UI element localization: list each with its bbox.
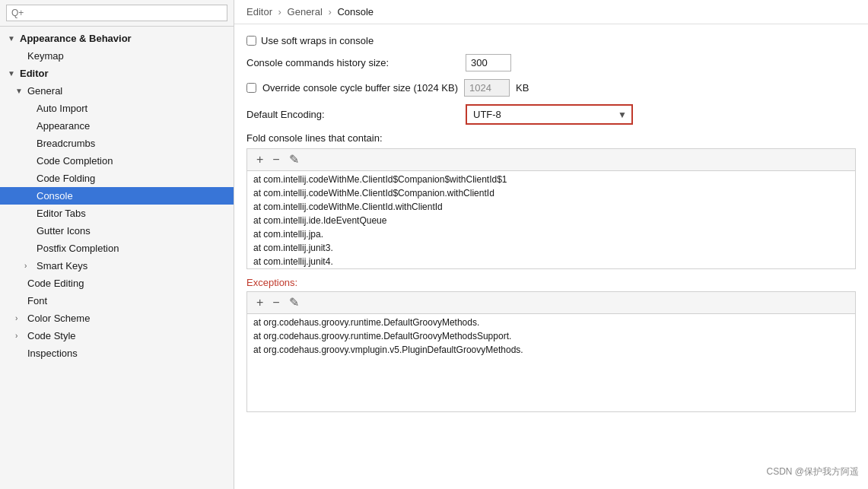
exceptions-list: at org.codehaus.groovy.runtime.DefaultGr… <box>246 313 856 412</box>
history-size-label: Console commands history size: <box>246 57 459 68</box>
soft-wraps-checkbox[interactable] <box>246 36 256 46</box>
sidebar-item-label: Smart Keys <box>37 260 87 271</box>
sidebar-item-font[interactable]: Font <box>0 292 234 310</box>
search-box[interactable] <box>0 0 234 27</box>
sidebar-item-auto-import[interactable]: Auto Import <box>0 100 234 117</box>
exceptions-add-button[interactable]: + <box>253 295 266 310</box>
sidebar-item-label: Breadcrumbs <box>37 138 95 149</box>
sidebar: ▼Appearance & BehaviorKeymap▼Editor▼Gene… <box>0 0 234 489</box>
chevron-icon: › <box>15 332 24 340</box>
sidebar-item-appearance[interactable]: Appearance <box>0 117 234 135</box>
sidebar-item-label: Console <box>37 190 73 202</box>
encoding-label: Default Encoding: <box>246 109 459 120</box>
fold-list: at com.intellij.codeWithMe.ClientId$Comp… <box>246 170 856 269</box>
breadcrumb-general: General <box>288 6 323 17</box>
content-area: Use soft wraps in console Console comman… <box>234 24 868 489</box>
encoding-row: Default Encoding: UTF-8ISO-8859-1US-ASCI… <box>246 104 856 125</box>
override-buffer-checkbox[interactable] <box>246 83 256 93</box>
sidebar-item-color-scheme[interactable]: ›Color Scheme <box>0 310 234 327</box>
encoding-select[interactable]: UTF-8ISO-8859-1US-ASCIIUTF-16 <box>466 104 633 125</box>
nav-tree: ▼Appearance & BehaviorKeymap▼Editor▼Gene… <box>0 27 234 489</box>
sidebar-item-label: Inspections <box>27 348 78 359</box>
chevron-icon: ▼ <box>8 34 17 43</box>
chevron-icon: › <box>15 314 24 322</box>
breadcrumb-sep-1: › <box>278 6 281 17</box>
list-item[interactable]: at com.intellij.codeWithMe.ClientId$Comp… <box>247 173 855 186</box>
list-item[interactable]: at org.codehaus.groovy.runtime.DefaultGr… <box>247 329 855 343</box>
sidebar-item-label: General <box>27 85 62 97</box>
sidebar-item-label: Postfix Completion <box>37 243 119 254</box>
sidebar-item-general[interactable]: ▼General <box>0 82 234 100</box>
sidebar-item-code-style[interactable]: ›Code Style <box>0 327 234 345</box>
sidebar-item-appearance-behavior[interactable]: ▼Appearance & Behavior <box>0 30 234 47</box>
list-item[interactable]: at org.codehaus.groovy.vmplugin.v5.Plugi… <box>247 343 855 357</box>
main-panel: Editor › General › Console Use soft wrap… <box>234 0 868 489</box>
list-item[interactable]: at com.intellij.junit3. <box>247 241 855 255</box>
sidebar-item-label: Color Scheme <box>27 313 90 324</box>
search-input[interactable] <box>6 5 227 21</box>
sidebar-item-label: Keymap <box>27 50 64 62</box>
breadcrumb-editor: Editor <box>246 6 272 17</box>
sidebar-item-breadcrumbs[interactable]: Breadcrumbs <box>0 135 234 152</box>
sidebar-item-code-editing[interactable]: Code Editing <box>0 275 234 292</box>
fold-remove-button[interactable]: − <box>269 152 282 167</box>
breadcrumb-sep-2: › <box>328 6 331 17</box>
override-buffer-input[interactable] <box>464 79 510 97</box>
sidebar-item-console[interactable]: Console <box>0 187 234 205</box>
list-item[interactable]: at com.intellij.junit4. <box>247 255 855 268</box>
chevron-icon: ▼ <box>8 69 17 78</box>
sidebar-item-postfix-completion[interactable]: Postfix Completion <box>0 240 234 257</box>
soft-wraps-label: Use soft wraps in console <box>261 35 374 46</box>
buffer-unit-label: KB <box>516 82 529 94</box>
soft-wraps-row: Use soft wraps in console <box>246 35 856 46</box>
sidebar-item-inspections[interactable]: Inspections <box>0 345 234 362</box>
override-buffer-label: Override console cycle buffer size (1024… <box>262 82 458 94</box>
sidebar-item-code-folding[interactable]: Code Folding <box>0 170 234 187</box>
sidebar-item-label: Code Completion <box>37 155 113 167</box>
sidebar-item-label: Code Style <box>27 330 76 341</box>
history-size-row: Console commands history size: <box>246 54 856 71</box>
exceptions-edit-button[interactable]: ✎ <box>286 295 302 310</box>
chevron-icon: › <box>24 262 33 270</box>
sidebar-item-gutter-icons[interactable]: Gutter Icons <box>0 222 234 240</box>
breadcrumb: Editor › General › Console <box>234 0 868 24</box>
sidebar-item-keymap[interactable]: Keymap <box>0 47 234 65</box>
chevron-icon: ▼ <box>15 87 24 95</box>
sidebar-item-label: Appearance <box>37 120 90 132</box>
list-item[interactable]: at com.intellij.codeWithMe.ClientId.with… <box>247 200 855 214</box>
sidebar-item-editor[interactable]: ▼Editor <box>0 65 234 82</box>
fold-label: Fold console lines that contain: <box>246 132 856 144</box>
list-item[interactable]: at com.intellij.jpa. <box>247 227 855 241</box>
fold-add-button[interactable]: + <box>253 152 266 167</box>
encoding-select-wrapper: UTF-8ISO-8859-1US-ASCIIUTF-16 ▼ <box>466 104 633 125</box>
list-item[interactable]: at com.intellij.codeWithMe.ClientId$Comp… <box>247 186 855 200</box>
list-item[interactable]: at com.intellij.ide.IdeEventQueue <box>247 214 855 227</box>
sidebar-item-label: Code Editing <box>27 278 84 289</box>
fold-edit-button[interactable]: ✎ <box>286 152 302 167</box>
sidebar-item-label: Editor <box>20 68 49 79</box>
sidebar-item-label: Gutter Icons <box>37 225 91 237</box>
sidebar-item-smart-keys[interactable]: ›Smart Keys <box>0 257 234 275</box>
exceptions-label: Exceptions: <box>246 277 856 288</box>
sidebar-item-editor-tabs[interactable]: Editor Tabs <box>0 205 234 222</box>
override-buffer-row: Override console cycle buffer size (1024… <box>246 79 856 97</box>
list-item[interactable]: at com.intellij.junit5. <box>247 268 855 269</box>
sidebar-item-label: Font <box>27 295 47 306</box>
watermark: CSDN @保护我方阿遥 <box>766 465 859 478</box>
sidebar-item-label: Appearance & Behavior <box>20 33 132 44</box>
sidebar-item-label: Code Folding <box>37 173 95 184</box>
sidebar-item-label: Editor Tabs <box>37 208 86 219</box>
breadcrumb-console: Console <box>337 6 374 17</box>
fold-toolbar: + − ✎ <box>246 148 856 170</box>
exceptions-toolbar: + − ✎ <box>246 291 856 313</box>
list-item[interactable]: at org.codehaus.groovy.runtime.DefaultGr… <box>247 316 855 329</box>
sidebar-item-label: Auto Import <box>37 103 87 114</box>
exceptions-remove-button[interactable]: − <box>269 295 282 310</box>
sidebar-item-code-completion[interactable]: Code Completion <box>0 152 234 170</box>
history-size-input[interactable] <box>466 54 511 71</box>
